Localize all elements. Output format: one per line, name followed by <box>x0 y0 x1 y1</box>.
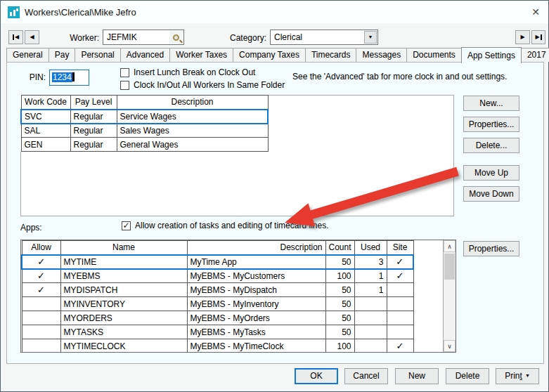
print-button[interactable]: Print▼ <box>496 368 539 384</box>
app-name-cell[interactable]: MYDISPATCH <box>60 283 187 297</box>
site-check-cell[interactable] <box>387 283 413 297</box>
count-cell[interactable]: 50 <box>325 297 354 311</box>
app-desc-cell[interactable]: MyEBMS - MyCustomers <box>187 269 325 283</box>
ok-button[interactable]: OK <box>295 368 338 384</box>
vertical-scrollbar[interactable]: ∧ ∨ <box>443 240 456 352</box>
table-row[interactable]: MYINVENTORY MyEBMS - MyInventory 50 <box>22 297 444 311</box>
new-workcode-button[interactable]: New... <box>463 96 519 111</box>
app-name-cell[interactable]: MYTIME <box>60 255 187 269</box>
description-cell[interactable]: Service Wages <box>117 110 268 124</box>
app-name-cell[interactable]: MYTASKS <box>60 325 187 339</box>
worker-lookup-button[interactable] <box>169 31 183 44</box>
tab-advanced[interactable]: Advanced <box>120 48 170 62</box>
used-cell[interactable]: 3 <box>354 255 387 269</box>
new-button[interactable]: New <box>395 368 439 384</box>
table-row[interactable]: ✓ MYTIME MyTime App 50 3 ✓ <box>22 255 444 269</box>
clock-all-checkbox[interactable] <box>120 81 129 90</box>
table-row[interactable]: MYORDERS MyEBMS - MyOrders 50 <box>22 311 444 325</box>
app-desc-cell[interactable]: MyEBMS - MyTasks <box>187 325 325 339</box>
tab-worker-taxes[interactable]: Worker Taxes <box>169 48 233 62</box>
tab-app-settings[interactable]: App Settings <box>461 47 522 63</box>
used-cell[interactable]: 1 <box>354 269 387 283</box>
site-check-cell[interactable] <box>387 311 413 325</box>
description-cell[interactable]: Sales Wages <box>117 124 268 138</box>
pay-level-cell[interactable]: Regular <box>70 110 117 124</box>
allow-tasks-checkbox[interactable]: ✓ <box>122 221 131 230</box>
site-check-cell[interactable]: ✓ <box>387 339 413 353</box>
allow-check-cell[interactable]: ✓ <box>22 269 60 283</box>
site-check-cell[interactable]: ✓ <box>387 255 413 269</box>
count-cell[interactable]: 50 <box>325 311 354 325</box>
tab-2017[interactable]: 2017 <box>521 48 549 62</box>
worker-input[interactable]: JEFMIK <box>103 30 184 45</box>
app-desc-cell[interactable]: MyEBMS - MyTimeClock <box>187 339 325 353</box>
tab-messages[interactable]: Messages <box>356 48 407 62</box>
scrollbar-thumb[interactable] <box>444 254 455 280</box>
app-desc-cell[interactable]: MyEBMS - MyDispatch <box>187 283 325 297</box>
used-cell[interactable]: 1 <box>354 283 387 297</box>
site-check-cell[interactable] <box>387 297 413 311</box>
site-check-cell[interactable] <box>387 325 413 339</box>
site-check-cell[interactable]: ✓ <box>387 269 413 283</box>
pin-input[interactable]: 1234 <box>49 70 89 86</box>
category-dropdown[interactable]: Clerical ▼ <box>270 30 378 45</box>
table-row[interactable]: MYTIMECLOCK MyEBMS - MyTimeClock 100 ✓ <box>22 339 444 353</box>
used-cell[interactable] <box>354 325 387 339</box>
table-row[interactable]: MYTASKS MyEBMS - MyTasks 50 <box>22 325 444 339</box>
scroll-up-icon[interactable]: ∧ <box>444 240 456 252</box>
tab-personal[interactable]: Personal <box>75 48 120 62</box>
lunch-break-checkbox[interactable] <box>120 68 129 77</box>
table-row[interactable]: ✓ MYDISPATCH MyEBMS - MyDispatch 50 1 <box>22 283 444 297</box>
table-row[interactable]: SAL Regular Sales Wages <box>21 124 268 138</box>
used-cell[interactable] <box>354 297 387 311</box>
move-up-button[interactable]: Move Up <box>463 165 519 181</box>
properties-app-button[interactable]: Properties... <box>463 241 519 256</box>
nav-first-button[interactable]: ◀ <box>8 30 23 44</box>
tab-documents[interactable]: Documents <box>406 48 462 62</box>
nav-next-button[interactable]: ▶ <box>515 30 530 44</box>
nav-prev-button[interactable]: ◀ <box>25 30 39 44</box>
count-cell[interactable]: 50 <box>325 325 354 339</box>
count-cell[interactable]: 50 <box>325 283 354 297</box>
dropdown-arrow-button[interactable]: ▼ <box>364 31 377 44</box>
count-cell[interactable]: 100 <box>325 269 354 283</box>
properties-workcode-button[interactable]: Properties... <box>463 117 519 132</box>
used-cell[interactable] <box>354 339 387 353</box>
scroll-down-icon[interactable]: ∨ <box>444 340 456 352</box>
used-cell[interactable] <box>354 311 387 325</box>
close-icon[interactable]: ✕ <box>527 4 544 20</box>
count-cell[interactable]: 100 <box>325 339 354 353</box>
app-name-cell[interactable]: MYORDERS <box>60 311 187 325</box>
allow-check-cell[interactable] <box>22 339 60 353</box>
tab-company-taxes[interactable]: Company Taxes <box>233 48 306 62</box>
app-desc-cell[interactable]: MyTime App <box>187 255 325 269</box>
pay-level-cell[interactable]: Regular <box>70 124 117 138</box>
tab-general[interactable]: General <box>6 48 49 62</box>
work-code-cell[interactable]: GEN <box>21 138 70 152</box>
delete-button[interactable]: Delete <box>446 368 489 384</box>
nav-last-button[interactable]: ▶ <box>531 30 545 44</box>
tab-pay[interactable]: Pay <box>49 48 76 62</box>
work-code-cell[interactable]: SAL <box>21 124 70 138</box>
app-desc-cell[interactable]: MyEBMS - MyOrders <box>187 311 325 325</box>
allow-check-cell[interactable] <box>22 311 60 325</box>
app-desc-cell[interactable]: MyEBMS - MyInventory <box>187 297 325 311</box>
app-name-cell[interactable]: MYEBMS <box>60 269 187 283</box>
table-row[interactable]: ✓ MYEBMS MyEBMS - MyCustomers 100 1 ✓ <box>22 269 444 283</box>
cancel-button[interactable]: Cancel <box>344 368 388 384</box>
count-cell[interactable]: 50 <box>325 255 354 269</box>
work-code-cell[interactable]: SVC <box>21 110 70 124</box>
allow-check-cell[interactable] <box>22 297 60 311</box>
allow-check-cell[interactable]: ✓ <box>22 255 60 269</box>
allow-check-cell[interactable]: ✓ <box>22 283 60 297</box>
allow-check-cell[interactable] <box>22 325 60 339</box>
app-name-cell[interactable]: MYINVENTORY <box>60 297 187 311</box>
delete-workcode-button[interactable]: Delete... <box>463 138 519 153</box>
table-row[interactable]: GEN Regular General Wages <box>21 138 268 152</box>
table-row[interactable]: SVC Regular Service Wages <box>21 110 268 124</box>
tab-timecards[interactable]: Timecards <box>305 48 357 62</box>
app-name-cell[interactable]: MYTIMECLOCK <box>60 339 187 353</box>
move-down-button[interactable]: Move Down <box>463 186 519 202</box>
description-cell[interactable]: General Wages <box>117 138 268 152</box>
pay-level-cell[interactable]: Regular <box>70 138 117 152</box>
